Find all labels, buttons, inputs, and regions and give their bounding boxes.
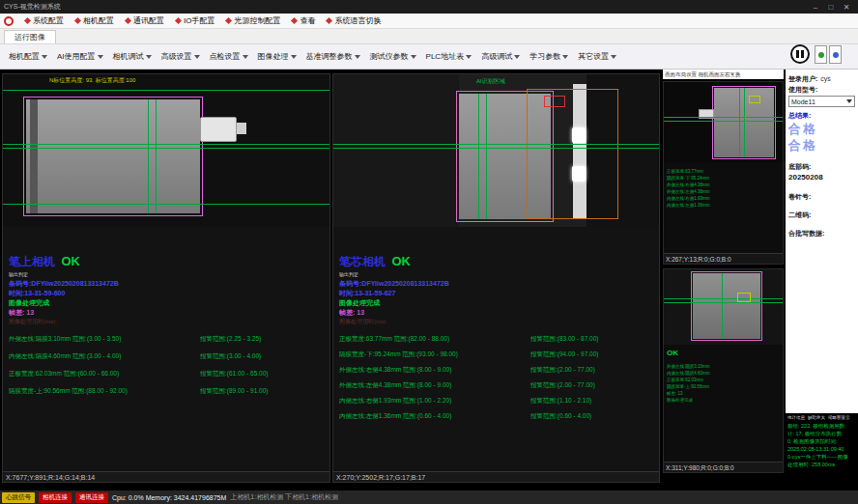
toolbar-item[interactable]: 相机配置	[4, 51, 52, 62]
minimize-button[interactable]: –	[808, 3, 823, 12]
status-text: 图像处理完成	[339, 298, 653, 308]
thumbnail-image-1[interactable]	[664, 82, 783, 163]
menu-item[interactable]: 系统语言切换	[321, 15, 386, 26]
thumbnail-text-line: 内侧左线:左侧1.36mm	[667, 202, 780, 209]
camera-result-right: 笔芯相机 OK 输出判定 条码号:DFYiiw2025020813313472B…	[333, 227, 659, 471]
thumbnail-text-line: 隔膜宽度-上:90.56mm	[667, 383, 780, 390]
pause-icon	[801, 50, 804, 58]
output-judge-label: 输出判定	[339, 271, 653, 277]
heartbeat-badge[interactable]: 心跳信号	[2, 492, 35, 503]
stats-line: 极组: 222, 极组检测用数:	[787, 422, 856, 430]
frame-diff-text: 帧差: 13	[9, 308, 324, 318]
measurement-row: 隔膜宽度-上:90.56mm 范围:(88.00 - 92.00) 报警范围:(…	[9, 387, 324, 396]
menu-item[interactable]: 相机配置	[70, 15, 120, 26]
measurement-row: 外侧左线:左侧4.38mm 范围:(8.00 - 9.00) 报警范围:(2.0…	[339, 381, 653, 390]
settings-tool-button[interactable]	[829, 45, 842, 64]
tab-row: 运行图像	[0, 29, 858, 44]
toolbar-item[interactable]: 测试仪参数	[365, 51, 421, 62]
toolbar-item-label: 相机配置	[9, 51, 40, 62]
thumbnail-image-2[interactable]	[664, 269, 783, 345]
toolbar-item[interactable]: 相机调试	[108, 51, 157, 62]
measurement-value: 正极宽度:63.77mm 范围:(82.00 - 88.00)	[339, 335, 530, 344]
info-panel: 登录用户: cys 使用型号: Mode11 总结果: 合格合格 底部码: 20…	[786, 70, 858, 413]
alarm-range: 报警范围:(89.00 - 91.00)	[200, 387, 324, 396]
chevron-down-icon	[562, 55, 568, 59]
chevron-down-icon	[846, 99, 852, 103]
camera-image-right[interactable]: AI识别区域	[333, 74, 659, 227]
overlay-line	[486, 94, 487, 219]
camera-title: 笔上相机	[9, 255, 55, 268]
result-box: 合格	[788, 137, 855, 154]
toolbar-item[interactable]: 点检设置	[205, 51, 253, 62]
menu-item-label: IO手配置	[184, 15, 214, 26]
camera-status-text: 上相机1:相机检测 下相机1:相机检测	[230, 492, 338, 502]
part-body	[26, 99, 200, 213]
menu-item-label: 查看	[300, 15, 315, 26]
toolbar-item[interactable]: AI使用配置	[52, 51, 108, 62]
toolbar-item[interactable]: 高级设置	[157, 51, 205, 62]
measurement-value: 隔膜宽度-上:90.56mm 范围:(88.00 - 92.00)	[9, 387, 200, 396]
camera-panel-left: N标位置高度: 93. 标位置高度:100 笔上相机 OK 输出判定 条码号:D…	[2, 73, 330, 483]
camera-panel-right: AI识别区域 笔芯相机 OK 输出判定 条码号:DFYiiw2025020813…	[332, 73, 660, 483]
thumbnail-text-line: 正极宽度:62.03mm	[667, 377, 780, 383]
overlay-line	[3, 204, 329, 205]
toolbar-item[interactable]: 基准调整参数	[301, 51, 365, 62]
app-logo-icon	[4, 16, 14, 26]
roi-box-red	[544, 96, 565, 107]
roi-box-yellow	[737, 293, 751, 302]
tab-run-image[interactable]: 运行图像	[4, 30, 56, 43]
result-boxes: 合格合格	[788, 121, 855, 154]
close-button[interactable]: ✕	[839, 3, 854, 12]
camera-title: 笔芯相机	[339, 255, 386, 268]
toolbar-item[interactable]: 图像处理	[253, 51, 301, 62]
alarm-range: 报警范围:(83.00 - 87.00)	[530, 335, 653, 344]
chevron-down-icon	[243, 55, 248, 59]
model-select[interactable]: Mode11	[788, 96, 855, 107]
alarm-range: 报警范围:(3.00 - 4.00)	[200, 352, 324, 361]
result-box: 合格	[788, 121, 855, 137]
thumbnail-text-line: 外侧左线:右侧4.38mm	[667, 182, 780, 188]
chevron-down-icon	[611, 55, 616, 59]
thumbnail-column: 画面布局设置 相机画面左右互换 正极宽度:63.77mm隔膜宽度-下:95.24…	[663, 70, 784, 490]
stats-tab[interactable]: 缺陷放大	[808, 415, 825, 420]
pause-icon	[796, 50, 799, 58]
toolbar-item[interactable]: PLC地址表	[421, 51, 477, 62]
camera-connect-badge[interactable]: 相机连接	[39, 492, 72, 503]
overlay-line	[148, 99, 149, 213]
menu-item[interactable]: 系统配置	[19, 15, 70, 26]
thumbnail-text-line: 正极宽度:63.77mm	[667, 168, 780, 175]
camera-tool-button[interactable]	[815, 45, 827, 64]
camera-image-left[interactable]: N标位置高度: 93. 标位置高度:100	[3, 74, 329, 227]
toolbar-item[interactable]: 学习参数	[525, 51, 573, 62]
thumbnail-text-2: 外侧左线:隔膜3.10mm内侧左线:隔膜4.60mm正极宽度:62.03mm隔膜…	[664, 360, 783, 404]
stats-lines: 极组: 222, 极组检测用数:计: 17, 极组分布执行数:0, 检测图像抓拍…	[787, 422, 856, 468]
chevron-down-icon	[42, 55, 47, 59]
toolbar-item[interactable]: 其它设置	[573, 51, 621, 62]
roi-box-yellow	[749, 96, 760, 103]
menu-item[interactable]: 通讯配置	[120, 15, 170, 26]
pixel-coords-right: X:270;Y:2502;R:17;G:17;B:17	[333, 471, 659, 482]
menu-item[interactable]: 光源控制配置	[220, 15, 286, 26]
menu-item[interactable]: IO手配置	[170, 15, 220, 26]
stats-tab[interactable]: 缩略图显示	[828, 415, 850, 420]
comm-connect-badge[interactable]: 通讯连接	[75, 492, 108, 503]
layout-settings-bar[interactable]: 画面布局设置 相机画面左右互换	[663, 70, 784, 79]
pixel-coords-thumb-1: X:267;Y:13;R:0;G:0;B:0	[664, 253, 783, 264]
measurement-row: 内侧左线:隔膜4.60mm 范围:(3.00 - 4.00) 报警范围:(3.0…	[9, 352, 324, 361]
time-text: 时间:13-31-59-600	[9, 289, 324, 298]
pause-button[interactable]	[790, 44, 810, 64]
menu-item[interactable]: 查看	[286, 15, 321, 26]
thumbnail-text-line: 帧差: 13	[667, 390, 780, 397]
chevron-down-icon	[466, 55, 472, 59]
toolbar-item[interactable]: 高级调试	[476, 51, 525, 62]
stats-tab[interactable]: 统计信息	[787, 415, 805, 420]
menu-item-icon	[125, 17, 131, 24]
maximize-button[interactable]: □	[823, 3, 839, 12]
alarm-range: 报警范围:(61.00 - 65.00)	[200, 370, 324, 378]
side-panel: 登录用户: cys 使用型号: Mode11 总结果: 合格合格 底部码: 20…	[786, 70, 858, 490]
overlay-line	[3, 148, 329, 149]
chevron-down-icon	[146, 55, 152, 59]
stats-line: 处理用时: 258.00ms	[787, 461, 856, 468]
chevron-down-icon	[291, 55, 297, 59]
alarm-range: 报警范围:(2.25 - 3.25)	[200, 335, 324, 344]
